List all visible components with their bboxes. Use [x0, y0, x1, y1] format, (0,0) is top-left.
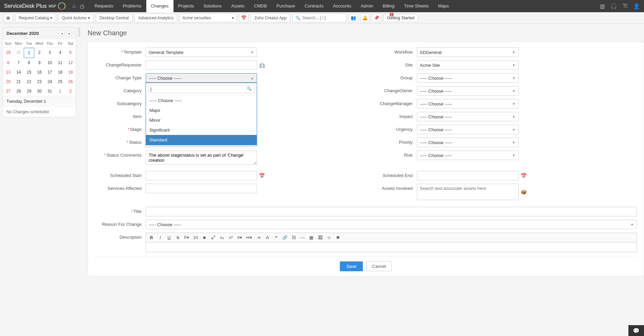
cal-day[interactable]: 19: [65, 67, 76, 77]
font-icon[interactable]: F▾: [184, 235, 189, 240]
nav-tab-purchase[interactable]: Purchase: [272, 0, 300, 12]
cal-day[interactable]: 18: [55, 67, 66, 77]
cal-day[interactable]: 9: [34, 58, 45, 67]
strike-icon[interactable]: S̶: [175, 235, 181, 240]
scheduled-end-input[interactable]: [417, 171, 519, 180]
title-input[interactable]: [146, 207, 637, 216]
requester-input[interactable]: [146, 60, 257, 70]
owner-select[interactable]: ----- Choose -----▼: [417, 86, 519, 96]
site-select[interactable]: Acme Site▼: [417, 60, 519, 70]
cal-day[interactable]: 4: [55, 48, 66, 58]
cal-day[interactable]: 6: [3, 58, 14, 67]
nav-tab-projects[interactable]: Projects: [173, 0, 199, 12]
cal-day[interactable]: 29: [3, 48, 14, 58]
desktop-central-button[interactable]: Desktop Central: [96, 14, 132, 22]
nav-tab-contracts[interactable]: Contracts: [300, 0, 328, 12]
manager-select[interactable]: ----- Choose -----▼: [417, 99, 519, 108]
cal-day[interactable]: 26: [65, 77, 76, 86]
status-comments-textarea[interactable]: [146, 151, 257, 165]
align-icon[interactable]: ≡▾: [237, 235, 242, 240]
nav-tab-accounts[interactable]: Accounts: [328, 0, 356, 12]
clear-format-icon[interactable]: A̶: [264, 235, 270, 240]
dropdown-option[interactable]: Significant: [146, 125, 257, 135]
description-editor[interactable]: [146, 242, 637, 252]
layout-icon[interactable]: ▣: [3, 14, 13, 22]
assets-involved-box[interactable]: [417, 184, 519, 200]
cal-day[interactable]: 24: [44, 77, 55, 86]
bell-icon[interactable]: 🔔: [360, 14, 370, 22]
cal-day[interactable]: 5: [65, 48, 76, 58]
dropdown-option[interactable]: Standard: [146, 135, 257, 145]
subscript-icon[interactable]: x₂: [219, 235, 225, 240]
cal-day[interactable]: 15: [24, 67, 34, 77]
assets-search-input[interactable]: [420, 186, 516, 191]
account-select[interactable]: Acme securities▾: [179, 14, 237, 22]
cal-day[interactable]: 20: [3, 77, 14, 86]
bold-icon[interactable]: B: [149, 235, 154, 240]
cal-day[interactable]: 31: [44, 86, 55, 96]
dropdown-option[interactable]: Major: [146, 105, 257, 115]
risk-select[interactable]: ----- Choose -----▼: [417, 151, 519, 160]
underline-icon[interactable]: U: [166, 235, 172, 240]
request-catalog-button[interactable]: Request Catalog▾: [15, 14, 56, 22]
table-icon[interactable]: ▦: [309, 235, 314, 240]
resize-handle[interactable]: [78, 27, 80, 37]
nav-tab-maps[interactable]: Maps: [433, 0, 454, 12]
cal-day[interactable]: 2: [34, 48, 45, 58]
cal-day[interactable]: 23: [34, 77, 45, 86]
date-picker-icon[interactable]: 📅: [259, 173, 265, 178]
advanced-analytics-button[interactable]: Advanced Analytics: [134, 14, 177, 22]
nav-tab-assets[interactable]: Assets: [226, 0, 249, 12]
cal-day[interactable]: 27: [3, 86, 14, 96]
search-input[interactable]: [302, 16, 344, 20]
home-icon[interactable]: ⌂: [72, 3, 76, 9]
nav-tab-billing[interactable]: Billing: [378, 0, 399, 12]
image-icon[interactable]: 🖼: [317, 235, 323, 240]
save-button[interactable]: Save: [340, 261, 363, 271]
template-select[interactable]: General Template▼: [146, 47, 257, 57]
pin-icon[interactable]: 📌: [372, 14, 381, 22]
impact-select[interactable]: ----- Choose -----▼: [417, 112, 519, 121]
change-type-select[interactable]: ----- Choose -----▲: [146, 73, 257, 83]
quote-icon[interactable]: ❝: [273, 235, 279, 240]
dropdown-option[interactable]: ----- Choose -----: [146, 96, 257, 105]
cal-day[interactable]: 1: [55, 86, 66, 96]
assets-lookup-icon[interactable]: 📦: [521, 189, 527, 195]
cal-day[interactable]: 12: [65, 58, 76, 67]
nav-tab-problems[interactable]: Problems: [118, 0, 146, 12]
cal-day[interactable]: 21: [14, 77, 24, 86]
scheduled-start-input[interactable]: [146, 171, 257, 180]
dropdown-option[interactable]: Minor: [146, 115, 257, 125]
cal-day[interactable]: 30: [14, 48, 24, 58]
getting-started-button[interactable]: 1 Getting Started: [383, 14, 418, 22]
cal-next-icon[interactable]: ▸: [66, 30, 72, 36]
cancel-button[interactable]: Cancel: [366, 261, 391, 271]
group-select[interactable]: ----- Choose -----▼: [417, 73, 519, 83]
priority-select[interactable]: ----- Choose -----▼: [417, 138, 519, 147]
unlink-icon[interactable]: ⛓: [291, 235, 296, 240]
cal-day[interactable]: 1: [24, 48, 34, 58]
reports-icon[interactable]: ▥: [600, 3, 605, 9]
cal-day[interactable]: 25: [55, 77, 66, 86]
cal-day[interactable]: 7: [14, 58, 24, 67]
cal-day[interactable]: 3: [44, 48, 55, 58]
quick-actions-button[interactable]: Quick Actions▾: [58, 14, 94, 22]
cal-day[interactable]: 16: [34, 67, 45, 77]
text-color-icon[interactable]: ■: [202, 235, 207, 240]
cal-day[interactable]: 28: [14, 86, 24, 96]
nav-tab-admin[interactable]: Admin: [356, 0, 378, 12]
support-icon[interactable]: 🎧: [610, 3, 617, 9]
nav-tab-solutions[interactable]: Solutions: [199, 0, 226, 12]
nav-tab-requests[interactable]: Requests: [90, 0, 118, 12]
italic-icon[interactable]: I: [158, 235, 163, 240]
cal-day[interactable]: 10: [44, 58, 55, 67]
cal-day[interactable]: 30: [34, 86, 45, 96]
cal-day[interactable]: 2: [65, 86, 76, 96]
cal-day[interactable]: 29: [24, 86, 34, 96]
cal-prev-icon[interactable]: ◂: [59, 30, 65, 36]
highlight-icon[interactable]: 🖍: [210, 235, 216, 240]
indent-icon[interactable]: ⇥: [256, 235, 261, 240]
cal-day[interactable]: 13: [3, 67, 14, 77]
cal-day[interactable]: 8: [24, 58, 34, 67]
urgency-select[interactable]: ----- Choose -----▼: [417, 125, 519, 134]
